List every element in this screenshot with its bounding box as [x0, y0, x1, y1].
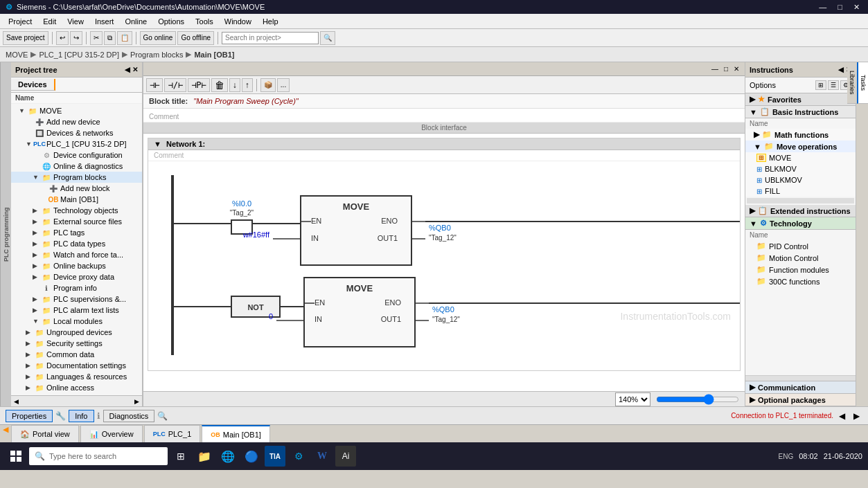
taskbar-file-icon[interactable]: 📁	[194, 446, 215, 467]
more-btn[interactable]: ...	[277, 78, 290, 92]
zoom-slider[interactable]	[656, 395, 739, 404]
taskbar-edge-icon[interactable]: 🌐	[218, 446, 238, 467]
close-branch-btn[interactable]: ↑	[242, 78, 253, 92]
inst-opt-btn-1[interactable]: ⊞	[815, 80, 826, 90]
delete-segment-btn[interactable]: 🗑	[211, 78, 228, 92]
close-btn[interactable]: ✕	[851, 3, 862, 12]
sidebar-item-plc-tags[interactable]: ▶ 📁 PLC tags	[11, 227, 142, 238]
menu-options[interactable]: Options	[152, 16, 190, 27]
undo-btn[interactable]: ↩	[56, 31, 69, 45]
cut-btn[interactable]: ✂	[90, 31, 103, 45]
menu-window[interactable]: Window	[219, 16, 257, 27]
menu-view[interactable]: View	[62, 16, 89, 27]
sidebar-item-local-modules[interactable]: ▼ 📁 Local modules	[11, 316, 142, 327]
start-button[interactable]	[6, 446, 26, 467]
editor-maximize[interactable]: □	[721, 65, 731, 73]
plc1-tab[interactable]: PLC PLC_1	[144, 425, 201, 442]
diagnostics-btn[interactable]: Diagnostics	[103, 410, 155, 422]
taskbar-siemens-icon[interactable]: ⚙	[288, 446, 309, 467]
inst-item-blkmov[interactable]: ⊞ BLKMOV	[745, 163, 856, 174]
sidebar-item-ext-sources[interactable]: ▶ 📁 External source files	[11, 216, 142, 227]
sidebar-item-online-diag[interactable]: 🌐 Online & diagnostics	[11, 161, 142, 172]
portal-view-tab[interactable]: 🏠 Portal view	[11, 425, 79, 442]
sidebar-item-common-data[interactable]: ▶ 📁 Common data	[11, 349, 142, 360]
network-expand-arrow[interactable]: ▼	[154, 140, 161, 148]
menu-project[interactable]: Project	[3, 16, 37, 27]
taskbar-tia-icon[interactable]: TIA	[265, 446, 285, 467]
inst-item-300c[interactable]: 📁 300C functions	[745, 275, 856, 287]
sidebar-item-main-ob1[interactable]: OB Main [OB1]	[11, 194, 142, 205]
sidebar-item-plc-data-types[interactable]: ▶ 📁 PLC data types	[11, 238, 142, 249]
inst-item-motion[interactable]: 📁 Motion Control	[745, 252, 856, 264]
menu-help[interactable]: Help	[257, 16, 284, 27]
sidebar-item-move[interactable]: ▼ 📁 MOVE	[11, 105, 142, 116]
inst-opt-btn-2[interactable]: ☰	[828, 80, 839, 90]
info-btn[interactable]: Info	[69, 410, 94, 422]
save-project-btn[interactable]: Save project	[3, 31, 48, 45]
editor-content[interactable]: ▼ Network 1: Comment	[143, 134, 745, 391]
inst-extended-header[interactable]: ▶ 📋 Extended instructions	[745, 205, 856, 217]
inst-item-ublkmov[interactable]: ⊞ UBLKMOV	[745, 174, 856, 186]
menu-online[interactable]: Online	[119, 16, 152, 27]
editor-minimize[interactable]: —	[709, 65, 721, 73]
taskbar-ai-label[interactable]: Ai	[335, 446, 356, 467]
sidebar-item-plc-alarm[interactable]: ▶ 📁 PLC alarm text lists	[11, 305, 142, 316]
minimize-btn[interactable]: —	[816, 3, 829, 12]
breadcrumb-move[interactable]: MOVE	[6, 51, 28, 59]
sidebar-item-online-backups[interactable]: ▶ 📁 Online backups	[11, 260, 142, 271]
breadcrumb-plc[interactable]: PLC_1 [CPU 315-2 DP]	[39, 51, 119, 59]
menu-insert[interactable]: Insert	[89, 16, 120, 27]
insert-box-btn[interactable]: 📦	[260, 78, 276, 92]
zoom-select[interactable]: 140% 100% 75% 50%	[615, 392, 650, 406]
contact-pos-btn[interactable]: ⊣P⊢	[188, 78, 210, 92]
sidebar-item-doc-settings[interactable]: ▶ 📁 Documentation settings	[11, 360, 142, 371]
sidebar-item-ungrouped[interactable]: ▶ 📁 Ungrouped devices	[11, 327, 142, 338]
contact-no-btn[interactable]: ⊣⊢	[146, 78, 163, 92]
sidebar-item-device-config[interactable]: ⚙ Device configuration	[11, 150, 142, 161]
network-comment[interactable]: Comment	[148, 150, 740, 161]
menu-tools[interactable]: Tools	[190, 16, 219, 27]
sidebar-item-device-proxy[interactable]: ▶ 📁 Device proxy data	[11, 271, 142, 282]
sidebar-item-online-access[interactable]: ▶ 📁 Online access	[11, 382, 142, 393]
inst-item-move[interactable]: ⊞ MOVE	[745, 152, 856, 163]
inst-item-func-modules[interactable]: 📁 Function modules	[745, 264, 856, 275]
search-btn[interactable]: 🔍	[320, 31, 335, 45]
search-input[interactable]	[222, 32, 319, 44]
maximize-btn[interactable]: □	[835, 3, 845, 12]
inst-basic-header[interactable]: ▼ 📋 Basic Instructions	[745, 106, 856, 118]
breadcrumb-program[interactable]: Program blocks	[130, 51, 183, 59]
taskbar-task-icon[interactable]: ⊞	[170, 446, 191, 467]
sidebar-item-security[interactable]: ▶ 📁 Security settings	[11, 338, 142, 349]
sidebar-item-add-block[interactable]: ➕ Add new block	[11, 183, 142, 194]
sidebar-item-plc1[interactable]: ▼ PLC PLC_1 [CPU 315-2 DP]	[11, 138, 142, 150]
go-online-btn[interactable]: Go online	[140, 31, 177, 45]
taskbar-word-icon[interactable]: W	[312, 446, 333, 467]
redo-btn[interactable]: ↪	[70, 31, 82, 45]
side-tab-tasks[interactable]: Tasks	[857, 62, 868, 104]
go-offline-btn[interactable]: Go offline	[177, 31, 214, 45]
open-branch-btn[interactable]: ↓	[229, 78, 240, 92]
main-ob1-tab[interactable]: OB Main [OB1]	[202, 425, 270, 442]
taskbar-search-label[interactable]: Type here to search	[49, 452, 116, 460]
devices-tab[interactable]: Devices	[11, 79, 55, 91]
contact-nc-btn[interactable]: ⊣/⊢	[164, 78, 186, 92]
sidebar-item-watch-force[interactable]: ▶ 📁 Watch and force ta...	[11, 249, 142, 260]
paste-btn[interactable]: 📋	[117, 31, 132, 45]
inst-favorites-header[interactable]: ▶ ★ Favorites	[745, 93, 856, 106]
copy-btn[interactable]: ⧉	[104, 31, 116, 45]
inst-item-fill[interactable]: ⊞ FILL	[745, 186, 856, 197]
inst-item-pid[interactable]: 📁 PID Control	[745, 240, 856, 252]
inst-move-header[interactable]: ▼ 📁 Move operations	[745, 141, 856, 152]
properties-btn[interactable]: Properties	[6, 410, 53, 422]
sidebar-item-add-device[interactable]: ➕ Add new device	[11, 116, 142, 127]
inst-tech-header[interactable]: ▼ ⚙ Technology	[745, 217, 856, 230]
breadcrumb-main[interactable]: Main [OB1]	[194, 51, 234, 59]
prev-btn[interactable]: ◀	[836, 411, 848, 421]
overview-tab[interactable]: 📊 Overview	[80, 425, 143, 442]
block-interface-label[interactable]: Block interface	[421, 124, 467, 132]
inst-comm-header[interactable]: ▶ Communication	[745, 381, 856, 394]
inst-opt-header[interactable]: ▶ Optional packages	[745, 394, 856, 406]
sidebar-item-devices-networks[interactable]: 🔲 Devices & networks	[11, 127, 142, 138]
menu-edit[interactable]: Edit	[37, 16, 62, 27]
sidebar-item-plc-supervisions[interactable]: ▶ 📁 PLC supervisions &...	[11, 293, 142, 305]
